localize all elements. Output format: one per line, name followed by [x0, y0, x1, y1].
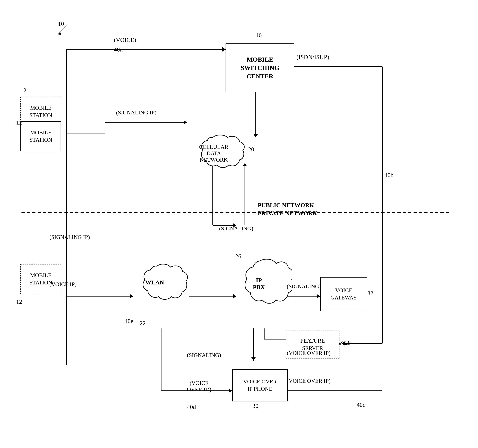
- ref-10-arrow: [54, 24, 71, 37]
- svg-marker-23: [229, 388, 232, 393]
- path-40e: 40e: [125, 318, 133, 325]
- voice-over-ip-1-label: (VOICE OVER IP): [287, 378, 331, 384]
- ip-pbx-cloud: [228, 258, 292, 335]
- mobile-station-2-id: 12: [16, 119, 22, 126]
- path-40b: 40b: [384, 172, 394, 178]
- voip-phone-box: VOICE OVERIP PHONE: [232, 369, 288, 401]
- isdn-label: (ISDN/ISUP): [296, 54, 329, 61]
- voice-gateway-id: 32: [367, 290, 373, 297]
- voice-gateway-box: VOICEGATEWAY: [320, 277, 367, 311]
- diagram-container: 10 MOBILESWITCHINGCENTER 16 CELLULARDATA…: [0, 0, 478, 448]
- svg-marker-18: [251, 357, 256, 361]
- msc-box: MOBILESWITCHINGCENTER: [226, 43, 294, 92]
- signaling-3-label: (SIGNALING): [187, 352, 221, 358]
- cellular-network-label: CELLULARDATANETWORK: [184, 144, 244, 163]
- wlan-id: 22: [140, 320, 146, 327]
- wlan-cloud: [125, 262, 189, 322]
- ip-pbx-label: IPPBX: [234, 277, 283, 291]
- path-40c: 40c: [357, 401, 365, 408]
- cellular-network-id: 20: [248, 146, 254, 153]
- svg-marker-9: [184, 120, 187, 124]
- mobile-station-1-id: 12: [20, 87, 26, 94]
- svg-marker-16: [317, 294, 320, 298]
- voip-phone-id: 30: [252, 403, 258, 409]
- svg-marker-1: [222, 47, 226, 51]
- signaling-ip-1-label: (SIGNALING IP): [116, 110, 156, 116]
- feature-server-id: ↙ 28: [338, 339, 351, 346]
- signaling-ip-2-label: (SIGNALING IP): [50, 234, 90, 240]
- wlan-label: WLAN: [133, 279, 176, 286]
- mobile-station-3-id: 12: [16, 298, 22, 305]
- svg-marker-31: [253, 134, 258, 137]
- mobile-station-3-box: MOBILESTATION: [20, 264, 61, 294]
- private-network-label: PRIVATE NETWORK: [258, 210, 317, 217]
- signaling-2-label: (SIGNALING): [287, 283, 321, 290]
- svg-marker-33: [58, 32, 61, 35]
- signaling-1-label: (SIGNALING): [219, 225, 253, 232]
- voice-label: (VOICE): [114, 37, 136, 43]
- public-network-label: PUBLIC NETWORK: [258, 202, 314, 209]
- voice-ip-label: (VOICE IP): [50, 281, 76, 288]
- path-40a: 40a: [114, 46, 122, 53]
- ip-pbx-id: 26: [235, 253, 241, 260]
- mobile-station-2-box: MOBILESTATION: [20, 121, 61, 151]
- voice-over-ip-2-label: (VOICE OVER IP): [287, 350, 331, 356]
- path-40d: 40d: [187, 404, 196, 411]
- voice-over-id-label: (VOICEOVER ID): [187, 380, 211, 393]
- msc-id: 16: [256, 32, 262, 39]
